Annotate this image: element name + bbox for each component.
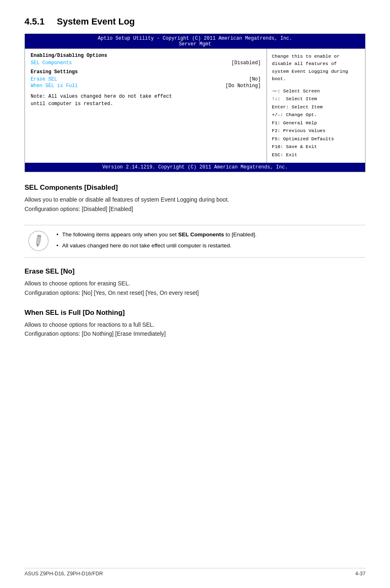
bios-erase-sel-label: Erase SEL [31,76,57,82]
erase-sel-para: Allows to choose options for erasing SEL… [25,279,365,297]
footer-right: 4-37 [355,571,365,577]
note-bullet-2: All values changed here do not take effe… [56,241,256,251]
bios-erase-sel-item: Erase SEL [No] [31,76,261,82]
footer-left: ASUS Z9PH-D16, Z9PH-D16/FDR [25,571,103,577]
bios-note: Note: All values changed here do not tak… [31,93,261,108]
bios-group1-label: Enabling/Disabling Options [31,53,261,58]
note-icon [28,230,49,251]
note-bullet-1: The following items appears only when yo… [56,230,256,240]
note-content: The following items appears only when yo… [56,230,256,252]
section-title: System Event Log [57,16,135,27]
bios-panel: Aptio Setup Utility - Copyright (C) 2011… [25,34,365,172]
when-sel-full-heading: When SEL is Full [Do Nothing] [25,309,365,317]
erase-sel-section: Erase SEL [No] Allows to choose options … [25,267,365,297]
bios-body: Enabling/Disabling Options SEL Component… [25,49,365,163]
bios-sel-components-item: SEL Components [Disabled] [31,60,261,66]
bios-when-full-label: When SEL is Full [31,83,78,89]
bios-help-top: Change this to enable or disable all fea… [272,53,360,83]
erase-sel-heading: Erase SEL [No] [25,267,365,276]
bios-help-bottom: →←: Select Screen ↑↓: Select Item Enter:… [272,87,360,159]
bios-group2-label: Erasing Settings [31,69,261,75]
when-sel-full-section: When SEL is Full [Do Nothing] Allows to … [25,309,365,339]
section-heading: 4.5.1 System Event Log [25,16,365,27]
note-box: The following items appears only when yo… [25,225,365,258]
bios-header: Aptio Setup Utility - Copyright (C) 2011… [25,34,365,49]
bios-tab: Server Mgmt [179,41,211,47]
bios-when-full-item: When SEL is Full [Do Nothing] [31,83,261,89]
svg-marker-2 [36,244,39,247]
bios-erase-sel-value: [No] [249,76,261,82]
sel-components-heading: SEL Components [Disabled] [25,184,365,192]
bios-right-panel: Change this to enable or disable all fea… [267,49,365,163]
bios-sel-components-value: [Disabled] [231,60,261,66]
bios-left-panel: Enabling/Disabling Options SEL Component… [25,49,267,163]
when-sel-full-para: Allows to choose options for reactions t… [25,320,365,339]
sel-components-section: SEL Components [Disabled] Allows you to … [25,184,365,213]
page-footer: ASUS Z9PH-D16, Z9PH-D16/FDR 4-37 [25,568,365,577]
bios-when-full-value: [Do Nothing] [226,83,261,89]
bios-sel-components-label: SEL Components [31,60,72,66]
section-number: 4.5.1 [25,16,45,27]
bios-footer: Version 2.14.1219. Copyright (C) 2011 Am… [25,163,365,172]
sel-components-para: Allows you to enable or disable all feat… [25,195,365,213]
